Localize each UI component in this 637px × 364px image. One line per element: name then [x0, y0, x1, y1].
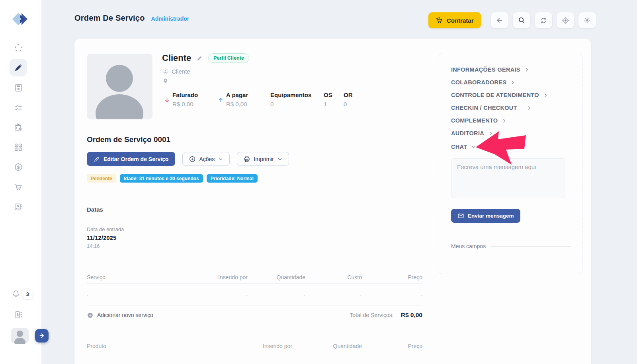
col-quantidade: Quantidade [292, 343, 362, 349]
section-auditoria[interactable]: AUDITORIA [451, 128, 493, 138]
sidebar-item-hub[interactable] [10, 39, 27, 56]
chevron-right-icon [524, 67, 530, 72]
add-service-label: Adicionar novo serviço [97, 312, 153, 318]
stat-label: OR [344, 91, 353, 98]
stat-value: 0 [344, 101, 353, 107]
add-service-button[interactable]: Adicionar novo serviço [87, 312, 153, 319]
sidebar-expand-button[interactable] [35, 329, 49, 343]
client-name: Cliente [162, 53, 191, 63]
client-stats: Faturado R$ 0,00 A pagar R$ 0,00 Equipam… [164, 91, 363, 107]
sidebar-item-finance[interactable]: $ [10, 158, 27, 176]
stat-label: A pagar [226, 91, 248, 98]
notifications-button[interactable]: 3 [11, 289, 33, 299]
cell: - [248, 292, 305, 298]
brightness-button[interactable] [578, 12, 596, 28]
services-footer-row: Adicionar novo serviço Total de Serviços… [87, 311, 422, 319]
chevron-right-icon [510, 80, 516, 85]
trend-up-icon [218, 97, 224, 103]
services-table-header: Serviço Inserido por Quantidade Custo Pr… [87, 271, 422, 283]
logo-icon [11, 10, 30, 29]
order-actions-row: Editar Ordem de Serviço Ações Imprimir [87, 152, 289, 166]
sidebar-item-calculator[interactable] [10, 79, 27, 96]
section-chat[interactable]: CHAT [451, 142, 476, 152]
entry-time-value: 14:16 [87, 243, 124, 249]
col-inserido-por: Inserido por [207, 343, 292, 349]
section-label: CHAT [451, 144, 467, 150]
person-icon [162, 68, 169, 75]
client-type-row: Cliente [162, 68, 190, 75]
chevron-down-icon [471, 144, 476, 150]
edit-order-button[interactable]: Editar Ordem de Serviço [87, 152, 175, 166]
entry-date-label: Data de entrada [87, 226, 124, 232]
chevron-right-icon [488, 131, 493, 136]
refresh-button[interactable] [535, 12, 552, 28]
priority-badge: Prioridade: Normal [207, 174, 258, 183]
avatar-silhouette-icon [87, 54, 152, 119]
hire-button[interactable]: Contratar [428, 12, 481, 28]
stat-value: R$ 0,00 [172, 101, 198, 107]
sidebar-item-contacts[interactable] [10, 198, 27, 216]
cell: - [87, 292, 194, 298]
calculator-icon [14, 83, 23, 92]
section-controle-de-atendimento[interactable]: CONTROLE DE ATENDIMENTO [451, 90, 548, 100]
client-profile-badge[interactable]: Perfil Cliente [208, 53, 249, 63]
actions-dropdown-button[interactable]: Ações [182, 152, 230, 166]
sidebar-item-tasks[interactable] [10, 99, 27, 116]
send-message-label: Enviar mensagem [468, 213, 514, 219]
svg-text:$: $ [17, 165, 20, 170]
page-title: Ordem De Serviço [74, 14, 145, 23]
order-card: Cliente Perfil Cliente Cliente [74, 39, 591, 364]
hub-icon [14, 43, 23, 53]
section-label: COLABORADORES [451, 79, 506, 86]
search-icon [518, 16, 526, 25]
plus-circle-icon [87, 312, 94, 319]
col-quantidade: Quantidade [248, 274, 305, 280]
section-colaboradores[interactable]: COLABORADORES [451, 77, 516, 88]
arrow-left-icon [496, 16, 504, 24]
search-button[interactable] [513, 12, 530, 28]
stat-value: 0 [270, 101, 311, 107]
finance-icon: $ [14, 162, 23, 172]
col-inserido-por: Inserido por [194, 274, 248, 280]
trend-down-icon [164, 97, 170, 103]
printer-icon [243, 156, 250, 163]
table-divider [87, 306, 422, 306]
plus-circle-icon [189, 156, 196, 163]
sidebar-item-schedule[interactable] [10, 119, 27, 136]
chevron-down-icon [277, 156, 283, 162]
section-label: AUDITORIA [451, 130, 484, 136]
section-informacoes-gerais[interactable]: INFORMAÇÕES GERAIS [451, 64, 530, 75]
back-button[interactable] [491, 12, 508, 28]
locate-button[interactable] [557, 12, 574, 28]
section-label: INFORMAÇÕES GERAIS [451, 66, 520, 73]
refresh-icon [540, 17, 547, 24]
chevron-right-icon [38, 332, 45, 339]
user-avatar[interactable] [11, 328, 29, 344]
send-message-button[interactable]: Enviar mensagem [451, 209, 520, 223]
sidebar-item-clients[interactable] [10, 138, 27, 156]
stat-label: Faturado [172, 91, 198, 98]
client-divider [162, 88, 414, 88]
sidebar-item-purchases[interactable] [10, 178, 27, 196]
my-fields-row: Meus campos [451, 243, 571, 249]
section-complemento[interactable]: COMPLEMENTO [451, 115, 507, 126]
services-total-label: Total de Serviços: [350, 312, 394, 318]
avatar-silhouette-icon [11, 328, 29, 344]
chat-message-input[interactable] [451, 158, 565, 198]
announcements-button[interactable] [13, 309, 23, 321]
edit-client-icon[interactable] [196, 55, 203, 62]
schedule-icon [14, 123, 23, 132]
purchases-icon [14, 182, 23, 192]
client-type-label: Cliente [172, 68, 190, 75]
col-preco: Preço [362, 343, 422, 349]
my-fields-label: Meus campos [451, 243, 486, 249]
app-logo[interactable] [11, 10, 30, 29]
stat-faturado: Faturado R$ 0,00 [164, 91, 218, 107]
bell-icon [11, 289, 21, 299]
sidebar-item-service-orders[interactable] [10, 59, 27, 76]
stat-or: OR 0 [344, 91, 363, 107]
role-badge[interactable]: Administrador [151, 16, 190, 22]
print-dropdown-button[interactable]: Imprimir [237, 152, 289, 166]
entry-date-block: Data de entrada 11/12/2025 14:16 [87, 226, 124, 249]
section-checkin-checkout[interactable]: CHECKIN / CHECKOUT [451, 103, 532, 113]
